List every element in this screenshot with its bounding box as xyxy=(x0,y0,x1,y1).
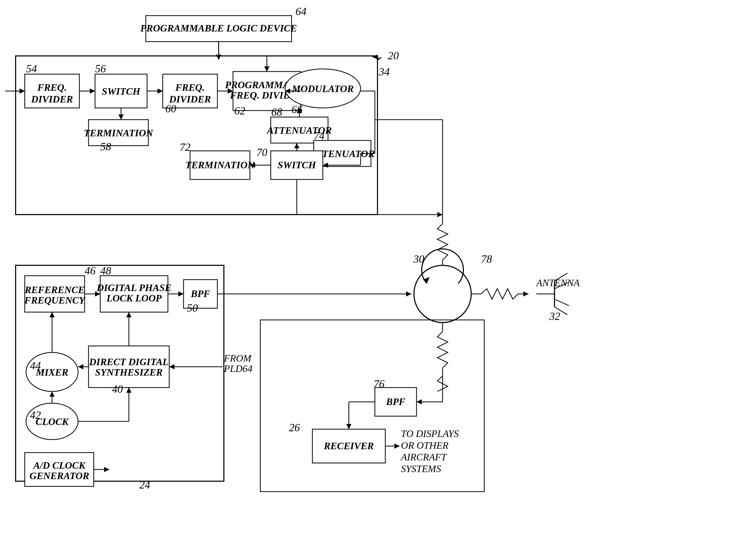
right-resistor xyxy=(481,289,528,299)
lower-right-container xyxy=(260,320,484,492)
ref-freq-label2: FREQUENCY xyxy=(24,295,86,305)
circ-to-bpf2-head xyxy=(417,399,422,404)
ref-68: 68 xyxy=(271,106,282,118)
mixer-reffreq-head xyxy=(49,312,55,317)
pld-to-pfd-head xyxy=(264,66,269,72)
bpf-circ-head xyxy=(406,291,411,296)
ref-70: 70 xyxy=(256,147,267,159)
ref-48: 48 xyxy=(100,265,111,277)
recv-to-displays-head xyxy=(394,443,400,449)
ref-34: 34 xyxy=(379,66,390,78)
to-displays-label2: OR OTHER xyxy=(401,440,449,451)
right-res-head xyxy=(523,291,528,296)
ref-58: 58 xyxy=(100,141,111,153)
sw2-to-att1-head xyxy=(294,143,299,148)
bpf-2-label: BPF xyxy=(386,396,405,407)
switch-1-label: SWITCH xyxy=(102,86,141,97)
termination-1-label: TERMINATION xyxy=(84,128,154,138)
dds-to-dpll-head xyxy=(126,312,131,317)
dds-label1: DIRECT DIGITAL xyxy=(89,356,168,367)
ref-42: 42 xyxy=(30,409,41,421)
clock-to-mixer-head xyxy=(49,391,55,397)
bpf-1-label: BPF xyxy=(191,288,210,299)
top-resistor xyxy=(437,215,448,265)
dds-label2: SYNTHESIZER xyxy=(95,367,163,378)
diagram-container: PROGRAMMABLE LOGIC DEVICE 64 20 34 FREQ.… xyxy=(0,0,756,547)
ref-54: 54 xyxy=(26,63,37,75)
switch-2-label: SWITCH xyxy=(278,160,316,170)
termination-2-label: TERMINATION xyxy=(185,160,255,170)
freq-divider-2-label: FREQ. xyxy=(175,82,205,93)
from-pld64-head xyxy=(169,364,174,369)
sw1-to-term1-head xyxy=(118,115,124,120)
adclock-head xyxy=(104,467,109,472)
from-pld64-label1: FROM xyxy=(224,353,252,364)
clock-to-dds-head xyxy=(126,387,131,393)
dpll-label2: LOCK LOOP xyxy=(106,292,162,303)
ref-freq-label1: REFERENCE xyxy=(24,284,85,295)
ref-72: 72 xyxy=(180,141,191,153)
from-pld64-label2: PLD64 xyxy=(224,363,253,374)
ref-62: 62 xyxy=(234,105,245,117)
input-line-head xyxy=(20,88,25,94)
ref-46: 46 xyxy=(85,265,96,277)
to-displays-label4: SYSTEMS xyxy=(401,463,441,474)
ref-20: 20 xyxy=(388,50,399,62)
ref-32: 32 xyxy=(549,310,560,322)
antenna-mid-bot xyxy=(555,299,569,305)
bpf2-to-recv-head xyxy=(346,424,351,429)
ref-64: 64 xyxy=(295,5,306,17)
ref-76: 76 xyxy=(374,378,385,390)
ad-clock-label2: GENERATOR xyxy=(29,470,89,481)
ref-40: 40 xyxy=(112,383,123,395)
ref-50: 50 xyxy=(187,302,198,314)
freq-divider-1-label2: DIVIDER xyxy=(31,94,73,105)
ref-60: 60 xyxy=(165,103,176,115)
programmable-logic-device-label: PROGRAMMABLE LOGIC DEVICE xyxy=(140,23,297,34)
dds-to-mixer-head xyxy=(78,364,83,369)
ref-30: 30 xyxy=(413,253,424,265)
fd1-to-sw1-head xyxy=(90,88,95,94)
freq-divider-1-label: FREQ. xyxy=(37,82,67,93)
ref-44: 44 xyxy=(30,360,41,372)
ref20-pointer-head xyxy=(372,55,377,59)
ref-56: 56 xyxy=(95,63,106,75)
ref-66: 66 xyxy=(292,104,303,116)
dpll-label1: DIGITAL PHASE xyxy=(97,282,172,293)
sw1-to-fd2-head xyxy=(157,88,163,94)
ref-78: 78 xyxy=(481,253,492,265)
to-displays-label3: AIRCRAFT xyxy=(400,451,447,462)
dpll-to-bpf-head xyxy=(178,291,184,296)
bottom-resistor xyxy=(437,332,448,374)
ref-24: 24 xyxy=(139,479,150,491)
sw2-to-circ-head xyxy=(437,212,443,217)
to-displays-label1: TO DISPLAYS xyxy=(401,428,459,439)
ref-74: 74 xyxy=(314,130,325,142)
ref-26: 26 xyxy=(289,422,300,434)
ad-clock-label1: A/D CLOCK xyxy=(33,460,86,471)
modulator-label: MODULATOR xyxy=(292,83,354,94)
receiver-label: RECEIVER xyxy=(324,440,374,451)
